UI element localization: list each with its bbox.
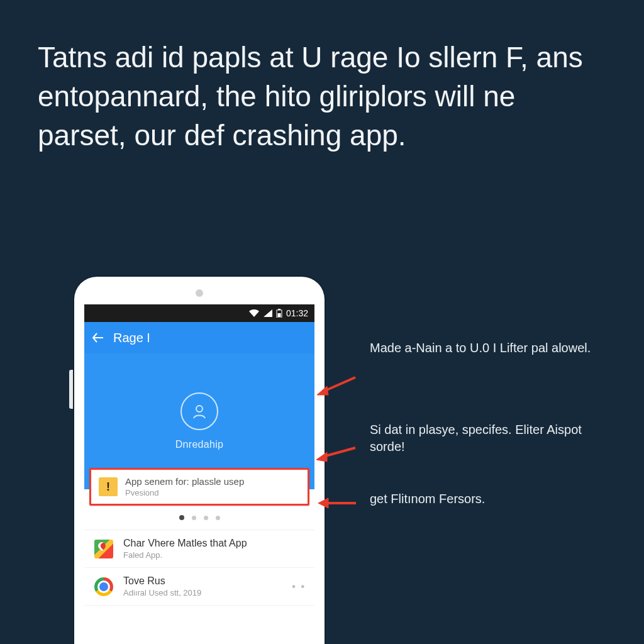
status-time: 01:32 [286,308,308,318]
phone-frame: 01:32 Rage I Dnredahip ! App senem for: … [74,277,325,644]
app-header: Rage I [84,322,314,353]
list-item[interactable]: Tove Rus Adiıral Used stt, 2019 • • [84,568,314,606]
svg-rect-1 [278,309,280,310]
wifi-icon [248,309,260,318]
svg-line-4 [324,377,355,391]
highlight-card[interactable]: ! App senem for: plassle usep Pvesiond [89,468,309,506]
pager-dot[interactable] [192,516,196,520]
svg-rect-2 [277,313,280,317]
list-item-subtitle: Faled App. [123,550,306,560]
pager-dot[interactable] [216,516,220,520]
app-title: Rage I [113,331,150,345]
list-item-title: Tove Rus [123,575,283,587]
warning-icon: ! [99,477,118,496]
svg-marker-5 [317,386,328,395]
app-list: Char Vhere Matles that App Faled App. To… [84,530,314,606]
phone-side-button [69,370,73,409]
status-bar: 01:32 [84,304,314,322]
battery-icon [276,309,282,318]
callout-text: Si dat in plasye, specifes. Eliter Aispo… [370,421,616,455]
chrome-icon [93,576,114,597]
headline-text: Tatns adi id papls at U rage Io sllern F… [38,38,606,155]
svg-marker-9 [318,498,328,508]
highlight-subtitle: Pvesiond [125,488,300,497]
arrow-icon [314,371,358,396]
callout-text: get Flitınom Fersors. [370,491,485,508]
list-item-title: Char Vhere Matles that App [123,538,306,549]
signal-icon [264,309,272,317]
phone-screen: 01:32 Rage I Dnredahip ! App senem for: … [84,304,314,644]
callout-text: Made a-Nain a to U.0 I Lifter pal alowel… [370,340,591,357]
pager-dot[interactable] [204,516,208,520]
list-item-subtitle: Adiıral Used stt, 2019 [123,588,283,597]
list-item[interactable]: Char Vhere Matles that App Faled App. [84,530,314,568]
highlight-title: App senem for: plassle usep [125,476,300,487]
pager-dots[interactable] [84,506,314,530]
svg-point-3 [196,406,203,412]
more-icon[interactable]: • • [292,581,306,592]
back-icon[interactable] [92,331,104,344]
maps-icon [93,538,114,560]
avatar-icon[interactable] [180,392,218,430]
callout: Si dat in plasye, specifes. Eliter Aispo… [340,421,616,455]
pager-dot[interactable] [179,515,184,520]
hero-label: Dnredahip [175,439,224,450]
callout: get Flitınom Fersors. [340,491,485,508]
svg-marker-7 [316,452,327,462]
callout: Made a-Nain a to U.0 I Lifter pal alowel… [340,340,591,357]
